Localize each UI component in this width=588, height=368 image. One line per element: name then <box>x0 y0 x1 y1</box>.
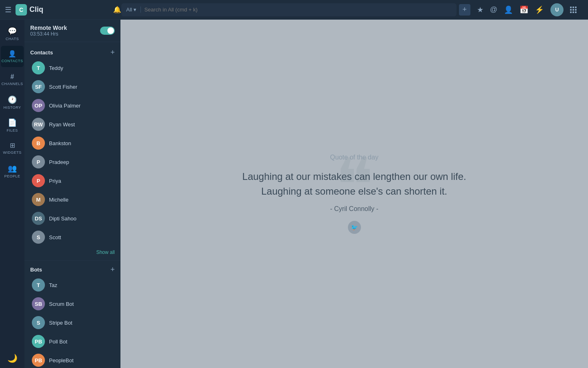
workspace-sidebar: Remote Work 03:53:44 Hrs Contacts + T Te… <box>24 20 120 368</box>
contact-avatar: OP <box>32 99 45 112</box>
bot-avatar: T <box>32 278 45 292</box>
contact-avatar: M <box>32 193 45 206</box>
bot-avatar: PB <box>32 354 45 367</box>
user-avatar[interactable]: U <box>550 3 564 16</box>
contact-item[interactable]: T Teddy <box>26 58 119 77</box>
sidebar-item-widgets[interactable]: ⊞ WIDGETS <box>1 137 24 159</box>
contact-item[interactable]: RW Ryan West <box>26 115 119 134</box>
channels-icon: # <box>11 73 14 81</box>
contact-item[interactable]: M Michelle <box>26 190 119 209</box>
contacts-section-header: Contacts + <box>24 45 120 58</box>
twitter-share-button[interactable]: 🐦 <box>348 221 361 234</box>
contact-avatar: S <box>32 231 45 244</box>
topbar-left: ☰ C Cliq 🔔 <box>5 4 121 16</box>
contact-name: Olivia Palmer <box>49 103 80 109</box>
contact-item[interactable]: P Priya <box>26 171 119 190</box>
bots-section-header: Bots + <box>24 263 120 276</box>
topbar: ☰ C Cliq 🔔 All ▾ + ★ @ 👤 📅 ⚡ U <box>0 0 588 20</box>
show-all-link[interactable]: Show all <box>96 249 115 255</box>
sidebar-item-contacts[interactable]: 👤 CONTACTS <box>1 46 24 67</box>
bots-list: T Taz SB Scrum Bot S Stripe Bot PB Poll … <box>24 276 120 368</box>
sidebar-item-history[interactable]: 🕐 HISTORY <box>1 92 24 113</box>
workspace-toggle[interactable] <box>100 27 115 35</box>
history-label: HISTORY <box>3 105 21 110</box>
search-input[interactable] <box>144 7 451 13</box>
mention-icon[interactable]: @ <box>490 5 497 14</box>
people-icon: 👥 <box>8 164 17 173</box>
bot-name: Stripe Bot <box>49 320 72 326</box>
moon-icon[interactable]: 🌙 <box>7 353 18 363</box>
bot-avatar: SB <box>32 297 45 310</box>
contact-item[interactable]: OP Olivia Palmer <box>26 96 119 115</box>
app-name: Cliq <box>29 5 43 14</box>
contact-name: Michelle <box>49 197 69 203</box>
nav-bottom: 🌙 <box>7 353 18 363</box>
contacts-icon[interactable]: 👤 <box>504 5 513 14</box>
sidebar-item-channels[interactable]: # CHANNELS <box>1 69 24 90</box>
workspace-header: Remote Work 03:53:44 Hrs <box>24 20 120 42</box>
logo-area: C Cliq <box>16 4 43 16</box>
bot-item[interactable]: SB Scrum Bot <box>26 294 119 313</box>
contact-name: Teddy <box>49 65 63 71</box>
contacts-panel: Contacts + T Teddy SF Scott Fisher OP Ol… <box>24 42 120 368</box>
bot-item[interactable]: T Taz <box>26 276 119 294</box>
contacts-section-title: Contacts <box>30 49 53 56</box>
contact-item[interactable]: SF Scott Fisher <box>26 77 119 96</box>
star-icon[interactable]: ★ <box>477 5 483 14</box>
history-icon: 🕐 <box>8 95 17 104</box>
bot-item[interactable]: PB PeopleBot <box>26 351 119 368</box>
contacts-label: CONTACTS <box>2 59 23 63</box>
widgets-icon: ⊞ <box>10 141 15 149</box>
contact-name: Dipti Sahoo <box>49 215 76 222</box>
contact-item[interactable]: P Pradeep <box>26 153 119 171</box>
contact-name: Priya <box>49 178 61 184</box>
contact-item[interactable]: DS Dipti Sahoo <box>26 209 119 228</box>
search-add-button[interactable]: + <box>459 4 470 16</box>
bot-avatar: S <box>32 316 45 329</box>
search-filter-dropdown[interactable]: All ▾ <box>126 7 141 13</box>
contact-avatar: T <box>32 61 45 74</box>
contact-avatar: SF <box>32 80 45 93</box>
quote-author: - Cyril Connolly - <box>242 205 466 213</box>
contact-item[interactable]: B Bankston <box>26 134 119 153</box>
people-label: PEOPLE <box>4 174 20 178</box>
bot-avatar: PB <box>32 335 45 348</box>
search-bar: All ▾ <box>121 3 457 16</box>
apps-grid-icon[interactable] <box>570 7 577 13</box>
main-area: ❝ Quote of the day Laughing at our mista… <box>120 20 588 368</box>
sidebar-item-people[interactable]: 👥 PEOPLE <box>1 160 24 182</box>
quote-text: Laughing at our mistakes can lengthen ou… <box>242 169 466 199</box>
contact-avatar: P <box>32 155 45 168</box>
sidebar-item-files[interactable]: 📄 FILES <box>1 114 24 136</box>
files-label: FILES <box>7 128 18 132</box>
lightning-icon[interactable]: ⚡ <box>535 5 544 14</box>
calendar-icon[interactable]: 📅 <box>519 5 528 14</box>
contact-avatar: P <box>32 174 45 187</box>
bots-add-button[interactable]: + <box>110 266 115 273</box>
contact-name: Pradeep <box>49 159 69 165</box>
files-icon: 📄 <box>8 118 17 127</box>
chats-label: CHATS <box>6 37 19 41</box>
bots-section-title: Bots <box>30 267 42 273</box>
hamburger-icon[interactable]: ☰ <box>5 5 11 14</box>
bot-item[interactable]: PB Poll Bot <box>26 332 119 351</box>
section-divider <box>24 260 120 261</box>
contact-item[interactable]: S Scott <box>26 228 119 247</box>
bot-name: PeopleBot <box>49 357 74 364</box>
topbar-right: ★ @ 👤 📅 ⚡ U <box>470 3 583 16</box>
chevron-down-icon: ▾ <box>134 7 136 13</box>
main-content: 💬 CHATS 👤 CONTACTS # CHANNELS 🕐 HISTORY … <box>0 20 588 368</box>
chats-icon: 💬 <box>8 27 17 36</box>
bot-name: Scrum Bot <box>49 301 74 307</box>
show-all-contacts: Show all <box>24 247 120 259</box>
notification-icon[interactable]: 🔔 <box>113 6 121 13</box>
contact-name: Ryan West <box>49 121 75 128</box>
bot-name: Poll Bot <box>49 339 67 345</box>
sidebar-item-chats[interactable]: 💬 CHATS <box>1 23 24 44</box>
bot-item[interactable]: S Stripe Bot <box>26 313 119 332</box>
app-logo-icon: C <box>16 4 27 16</box>
contact-name: Scott <box>49 234 61 240</box>
contact-name: Scott Fisher <box>49 84 77 90</box>
contacts-add-button[interactable]: + <box>110 49 115 56</box>
contact-avatar: B <box>32 137 45 150</box>
